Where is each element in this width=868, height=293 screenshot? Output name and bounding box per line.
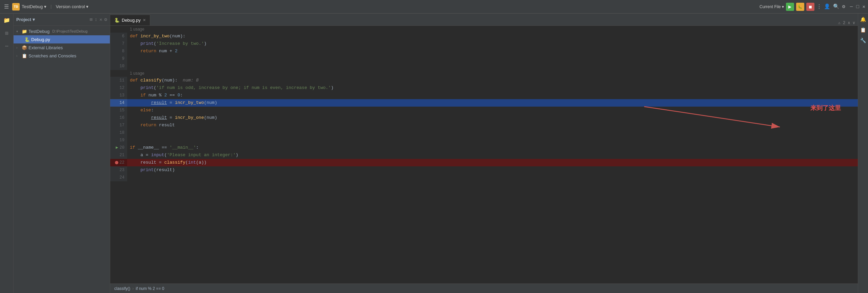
tree-arrow-down: ▾ [16, 30, 20, 33]
line-number-9: 9 [110, 55, 127, 62]
editor-content[interactable]: 1 usage 6 def incr_by_two(num): 7 print(… [110, 26, 858, 283]
code-body-10 [127, 62, 858, 70]
code-body-9 [127, 55, 858, 62]
code-line-22: 22 result = classify(int(a)) [110, 159, 858, 166]
breadcrumb-condition[interactable]: if num % 2 == 0 [136, 286, 164, 291]
code-body-8: return num + 2 [127, 48, 858, 55]
code-line-9: 9 [110, 55, 858, 62]
code-body-22: result = classify(int(a)) [127, 159, 858, 166]
code-line-13: 13 if num % 2 == 0: [110, 92, 858, 99]
debug-py-label: Debug.py [31, 37, 50, 42]
search-icon[interactable]: 🔍 [833, 3, 840, 10]
code-line-11: 11 def classify(num): num: 8 [110, 77, 858, 84]
code-body-21: a = input('Please input an integer:') [127, 151, 858, 159]
hamburger-icon[interactable]: ☰ [3, 2, 10, 12]
code-body-19 [127, 136, 858, 144]
tab-label: Debug.py [122, 18, 141, 23]
tab-debug-py[interactable]: 🐍 Debug.py ✕ [110, 15, 150, 25]
close-button[interactable]: ✕ [863, 4, 865, 10]
user-icon[interactable]: 👤 [824, 3, 830, 10]
titlebar-left: ☰ TD TestDebug ▾ | Version control ▾ [3, 2, 88, 12]
tab-python-icon: 🐍 [114, 18, 120, 23]
folder-icon: 📁 [22, 29, 27, 34]
line-number-23: 23 [110, 166, 127, 174]
gear-icon[interactable]: ⚙ [104, 17, 107, 22]
code-body-24 [127, 174, 858, 181]
tree-root-folder[interactable]: ▾ 📁 TestDebug D:\Project\TestDebug [14, 27, 110, 35]
code-body-16: result = incr_by_one(num) [127, 114, 858, 122]
warnings-count: ⚠ 2 ∧ ∨ [838, 20, 855, 25]
root-folder-path: D:\Project\TestDebug [52, 29, 87, 33]
line-number-16: 16 [110, 114, 127, 122]
code-line-10: 10 [110, 62, 858, 70]
stop-button[interactable]: ◼ [806, 3, 814, 11]
settings-icon[interactable]: ⚙ [842, 3, 845, 10]
left-activity-bar: 📁 ⊞ ⋯ [0, 14, 14, 293]
run-gutter-icon[interactable]: ▶ [116, 144, 118, 151]
structure-icon[interactable]: ⊞ [4, 29, 10, 38]
project-tree: ▾ 📁 TestDebug D:\Project\TestDebug 🐍 Deb… [14, 26, 110, 293]
code-body-12: print('if num is odd, increase by one; i… [127, 84, 858, 92]
line-number-15: 15 [110, 107, 127, 114]
titlebar: ☰ TD TestDebug ▾ | Version control ▾ Cur… [0, 0, 868, 14]
tab-bar: 🐍 Debug.py ✕ ⚠ 2 ∧ ∨ [110, 14, 858, 26]
notifications-icon[interactable]: 🔔 [859, 16, 867, 23]
line-number-18: 18 [110, 129, 127, 136]
scratches-icon: 📋 [22, 53, 27, 58]
right-bar-icon-3[interactable]: 🔧 [859, 37, 867, 44]
tree-arrow-right-2: › [16, 54, 20, 58]
maximize-button[interactable]: □ [856, 4, 859, 10]
project-view-icon[interactable]: 📁 [2, 16, 12, 25]
scratches-label: Scratches and Consoles [28, 53, 76, 58]
code-body-17: return result [127, 122, 858, 129]
project-name-label[interactable]: TestDebug ▾ [22, 4, 46, 9]
titlebar-icons: 👤 🔍 ⚙ [824, 3, 845, 10]
external-libraries-icon: 📦 [22, 45, 27, 50]
minimize-button[interactable]: ─ [850, 4, 853, 10]
project-panel: Project ▾ ⊞ ↕ ✕ ⚙ ▾ 📁 TestDebug D:\Proje… [14, 14, 110, 293]
code-body-18 [127, 129, 858, 136]
right-sidebar-strip: 🔔 📋 🔧 [858, 14, 868, 293]
usage-hint-incr: 1 usage [110, 26, 858, 33]
python-file-icon: 🐍 [24, 37, 30, 42]
titlebar-right: Current File ▾ ▶ 🐛 ◼ ⋮ 👤 🔍 ⚙ ─ □ ✕ [760, 3, 865, 11]
line-number-14: 14 [110, 99, 127, 107]
close-panel-icon[interactable]: ✕ [99, 17, 102, 22]
project-panel-title[interactable]: Project ▾ [16, 17, 35, 22]
current-file-btn[interactable]: Current File ▾ [760, 4, 784, 9]
dots-icon[interactable]: ⋯ [4, 41, 10, 51]
code-line-23: 23 print(result) [110, 166, 858, 174]
tree-item-scratches[interactable]: › 📋 Scratches and Consoles [14, 52, 110, 60]
line-number-11: 11 [110, 77, 127, 84]
tab-close-icon[interactable]: ✕ [143, 18, 146, 22]
line-number-6: 6 [110, 33, 127, 40]
titlebar-separator: | [50, 4, 53, 9]
code-body-14: result = incr_by_two(num) [127, 99, 858, 107]
line-number-24: 24 [110, 174, 127, 181]
editor-wrapper: 来到了这里 1 usage 6 def incr_by_two(num): 7 … [110, 26, 858, 283]
breadcrumb-sep: › [132, 286, 134, 291]
code-line-8: 8 return num + 2 [110, 48, 858, 55]
usage-hint-classify: 1 usage [110, 70, 858, 77]
code-body-23: print(result) [127, 166, 858, 174]
more-options-icon[interactable]: ⋮ [816, 3, 822, 10]
right-bar-icon-2[interactable]: 📋 [859, 26, 867, 34]
code-body-13: if num % 2 == 0: [127, 92, 858, 99]
breakpoint-dot[interactable] [115, 161, 118, 164]
code-body-6: def incr_by_two(num): [127, 33, 858, 40]
external-libraries-label: External Libraries [28, 45, 63, 50]
tree-item-debug-py[interactable]: 🐍 Debug.py [14, 35, 110, 43]
run-button[interactable]: ▶ [786, 3, 794, 11]
breadcrumb-classify[interactable]: classify() [114, 286, 130, 291]
new-file-icon[interactable]: ⊞ [90, 17, 92, 22]
code-body-11: def classify(num): num: 8 [127, 77, 858, 84]
code-line-18: 18 [110, 129, 858, 136]
code-line-15: 15 else: [110, 107, 858, 114]
version-control-label[interactable]: Version control ▾ [56, 4, 89, 9]
editor-padding [110, 181, 858, 249]
code-line-24: 24 [110, 174, 858, 181]
code-line-6: 6 def incr_by_two(num): [110, 33, 858, 40]
tree-item-external-libraries[interactable]: › 📦 External Libraries [14, 43, 110, 52]
expand-icon[interactable]: ↕ [95, 17, 97, 22]
debug-button[interactable]: 🐛 [796, 3, 804, 11]
